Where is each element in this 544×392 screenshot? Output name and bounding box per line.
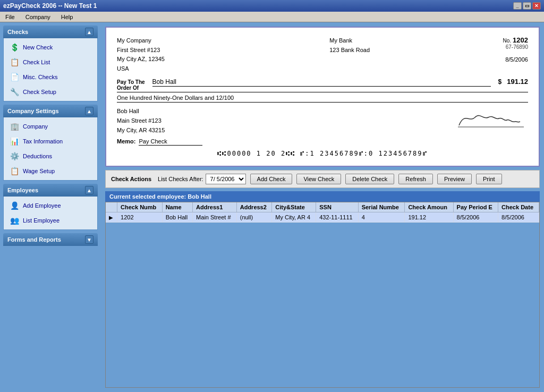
print-button[interactable]: Print — [476, 174, 502, 184]
check-preview: My Company First Street #123 My City AZ,… — [105, 27, 540, 167]
col-pay-period: Pay Period E — [453, 202, 498, 212]
dollar-icon: 💲 — [9, 42, 20, 53]
check-header-row: My Company First Street #123 My City AZ,… — [117, 36, 528, 73]
company-address2: My City AZ, 12345 — [117, 55, 165, 64]
sidebar-section-company-settings: Company Settings 🏢 Company 📊 Tax Informa… — [3, 105, 98, 181]
written-amount: One Hundred Ninety-One Dollars and 12/10… — [117, 95, 528, 103]
deductions-icon: ⚙️ — [9, 151, 20, 161]
company-settings-collapse-btn[interactable] — [85, 107, 94, 115]
date-filter-group: List Checks After: 7/ 5/2006 — [158, 174, 246, 184]
company-name: My Company — [117, 36, 165, 46]
amount-label: $ — [498, 78, 502, 86]
table-row[interactable]: ▶ 1202 Bob Hall Main Street # (null) My … — [106, 212, 539, 223]
people-icon: 👥 — [9, 215, 20, 226]
sidebar-item-check-setup[interactable]: 🔧 Check Setup — [7, 85, 94, 99]
add-check-button[interactable]: Add Check — [250, 174, 293, 184]
sidebar-section-forms-reports: Forms and Reports — [3, 233, 98, 246]
company-icon: 🏢 — [9, 121, 20, 132]
sidebar-item-tax-information[interactable]: 📊 Tax Information — [7, 134, 94, 148]
row-selector-arrow: ▶ — [106, 212, 117, 223]
list-icon: 📋 — [9, 57, 20, 67]
check-no-label: No. — [503, 38, 511, 44]
date-filter-label: List Checks After: — [158, 176, 203, 182]
check-date: 8/5/2006 — [503, 56, 528, 63]
close-button[interactable]: ✕ — [532, 2, 541, 10]
sidebar-item-check-list[interactable]: 📋 Check List — [7, 55, 94, 69]
cell-address2: (null) — [236, 212, 272, 223]
title-bar: ezPayCheck 2006 -- New Test 1 _ ▭ ✕ — [0, 0, 544, 12]
sidebar-item-deductions[interactable]: ⚙️ Deductions — [7, 149, 94, 163]
employee-section: Current selected employee: Bob Hall Chec… — [105, 191, 540, 388]
menu-company[interactable]: Company — [22, 13, 54, 21]
sidebar-checks-body: 💲 New Check 📋 Check List 📄 Misc. Checks … — [3, 38, 98, 101]
check-actions-label: Check Actions — [111, 176, 151, 182]
employee-table: Check Numb Name Address1 Address2 City&S… — [106, 202, 539, 223]
forms-reports-collapse-btn[interactable] — [85, 235, 94, 244]
window-controls: _ ▭ ✕ — [513, 2, 541, 10]
sidebar-employees-header[interactable]: Employees — [3, 184, 98, 197]
view-check-button[interactable]: View Check — [296, 174, 341, 184]
menu-file[interactable]: File — [2, 13, 18, 21]
sidebar-company-settings-body: 🏢 Company 📊 Tax Information ⚙️ Deduction… — [3, 117, 98, 181]
sidebar-item-list-employee[interactable]: 👥 List Employee — [7, 214, 94, 227]
sidebar-forms-reports-header[interactable]: Forms and Reports — [3, 233, 98, 246]
sidebar-section-employees: Employees 👤 Add Employee 👥 List Employee — [3, 184, 98, 230]
add-person-icon: 👤 — [9, 200, 20, 211]
col-check-numb: Check Numb — [117, 202, 163, 212]
sidebar-item-add-employee[interactable]: 👤 Add Employee — [7, 199, 94, 212]
employee-table-container: Check Numb Name Address1 Address2 City&S… — [105, 202, 540, 388]
window-title: ezPayCheck 2006 -- New Test 1 — [3, 2, 97, 10]
main-layout: Checks 💲 New Check 📋 Check List 📄 Misc. … — [0, 22, 544, 392]
memo-value: Pay Check — [139, 138, 202, 146]
preview-button[interactable]: Preview — [437, 174, 472, 184]
pay-to-label: Pay To TheOrder Of — [117, 79, 145, 91]
sidebar-section-checks: Checks 💲 New Check 📋 Check List 📄 Misc. … — [3, 25, 98, 101]
check-amount: 191.12 — [507, 78, 528, 86]
col-city-state: City&State — [272, 202, 316, 212]
col-check-amount: Check Amoun — [405, 202, 453, 212]
check-actions-bar: Check Actions List Checks After: 7/ 5/20… — [105, 170, 540, 188]
bank-info: My Bank 123 Bank Road — [329, 36, 370, 55]
checks-collapse-btn[interactable] — [85, 28, 94, 36]
col-name: Name — [162, 202, 192, 212]
delete-check-button[interactable]: Delete Check — [345, 174, 394, 184]
wage-icon: 📋 — [9, 166, 20, 176]
cell-serial-number: 4 — [358, 212, 405, 223]
pay-to-row: Pay To TheOrder Of Bob Hall $ 191.12 — [117, 78, 528, 92]
sidebar-item-misc-checks[interactable]: 📄 Misc. Checks — [7, 70, 94, 84]
table-header-row: Check Numb Name Address1 Address2 City&S… — [106, 202, 539, 212]
addressee-info: Bob Hall Main Street #123 My City, AR 43… — [117, 107, 165, 135]
restore-button[interactable]: ▭ — [523, 2, 531, 10]
refresh-button[interactable]: Refresh — [398, 174, 433, 184]
date-filter-select[interactable]: 7/ 5/2006 — [206, 174, 246, 184]
sidebar-employees-body: 👤 Add Employee 👥 List Employee — [3, 197, 98, 230]
sidebar-item-new-check[interactable]: 💲 New Check — [7, 40, 94, 54]
micr-line: ⑆⑆00000 1 20 2⑆⑆ ⑈:1 23456789⑈:0 1234567… — [117, 150, 528, 157]
routing-number: 67-76890 — [503, 44, 528, 50]
cell-address1: Main Street # — [193, 212, 237, 223]
doc-icon: 📄 — [9, 72, 20, 82]
employees-collapse-btn[interactable] — [85, 186, 94, 194]
sidebar-checks-header[interactable]: Checks — [3, 25, 98, 38]
check-number-area: No. 1202 67-76890 8/5/2006 — [503, 36, 528, 63]
signature-image — [454, 107, 528, 131]
company-info: My Company First Street #123 My City AZ,… — [117, 36, 165, 73]
addressee-name: Bob Hall — [117, 107, 165, 116]
pay-to-name: Bob Hall — [152, 78, 491, 87]
col-address2: Address2 — [236, 202, 272, 212]
col-serial-number: Serial Numbe — [358, 202, 405, 212]
minimize-button[interactable]: _ — [513, 2, 522, 10]
menu-help[interactable]: Help — [58, 13, 76, 21]
sidebar-company-settings-header[interactable]: Company Settings — [3, 105, 98, 117]
addressee-address1: Main Street #123 — [117, 116, 165, 126]
menu-bar: File Company Help — [0, 12, 544, 22]
signature-area — [454, 107, 528, 132]
cell-check-numb: 1202 — [117, 212, 163, 223]
wrench-icon: 🔧 — [9, 87, 20, 97]
company-country: USA — [117, 64, 165, 74]
bank-name: My Bank — [329, 36, 370, 46]
sidebar-item-wage-setup[interactable]: 📋 Wage Setup — [7, 164, 94, 178]
sidebar-item-company[interactable]: 🏢 Company — [7, 120, 94, 133]
cell-name: Bob Hall — [162, 212, 192, 223]
col-address1: Address1 — [193, 202, 237, 212]
